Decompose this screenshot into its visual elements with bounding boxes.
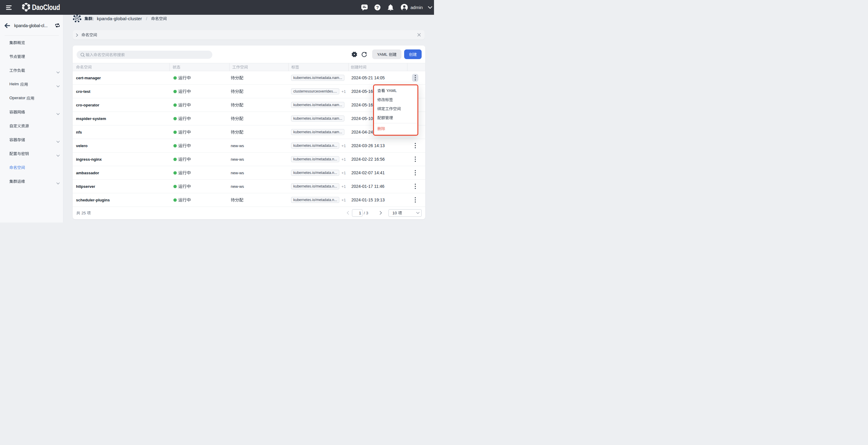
svg-text:?: ?	[376, 5, 379, 10]
